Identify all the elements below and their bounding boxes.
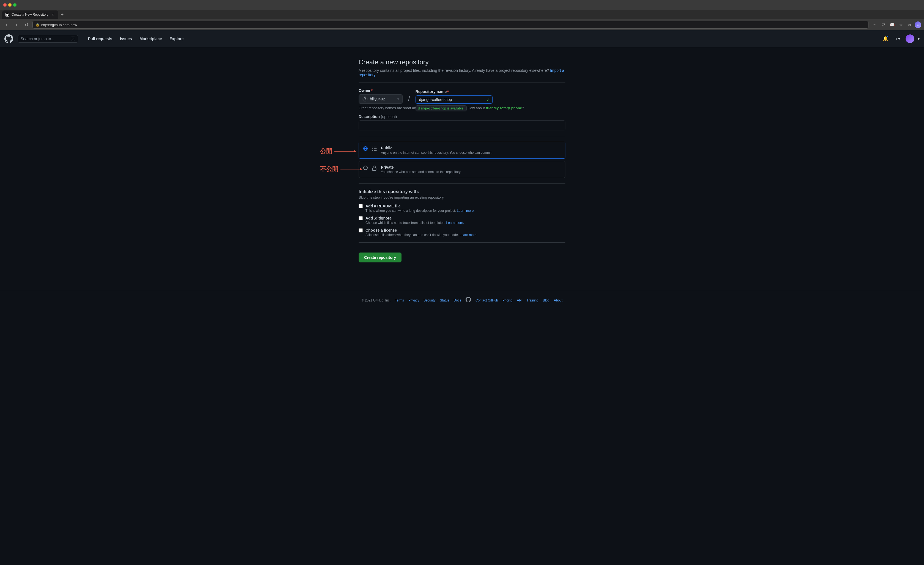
browser-chrome: Create a New Repository ✕ + ‹ › ↺ 🔒 http… bbox=[0, 0, 924, 30]
tab-title-text: Create a New Repository bbox=[12, 13, 48, 17]
shield-icon[interactable]: 🛡 bbox=[879, 21, 887, 29]
private-option[interactable]: Private You choose who can see and commi… bbox=[358, 161, 566, 178]
navbar-right: 🔔 + ▾ ▾ bbox=[881, 35, 920, 43]
public-annotation-text: 公開 bbox=[320, 147, 332, 155]
visibility-options: 公開 Public Anyone on the internet can see… bbox=[358, 142, 566, 178]
svg-marker-1 bbox=[354, 150, 356, 153]
close-traffic-light[interactable] bbox=[3, 3, 7, 7]
explore-link[interactable]: Explore bbox=[166, 35, 187, 43]
pull-requests-link[interactable]: Pull requests bbox=[85, 35, 116, 43]
new-tab-button[interactable]: + bbox=[58, 11, 66, 18]
init-section-title: Initialize this repository with: bbox=[358, 189, 566, 194]
license-learn-more-link[interactable]: Learn more. bbox=[460, 233, 478, 237]
github-home-button[interactable] bbox=[4, 35, 13, 43]
browser-tab-bar: Create a New Repository ✕ + bbox=[0, 10, 924, 19]
footer-pricing-link[interactable]: Pricing bbox=[502, 299, 513, 302]
readme-checkbox[interactable] bbox=[358, 204, 363, 208]
license-label[interactable]: Choose a license bbox=[366, 228, 397, 233]
license-checkbox[interactable] bbox=[358, 228, 363, 233]
minimize-traffic-light[interactable] bbox=[8, 3, 12, 7]
footer-training-link[interactable]: Training bbox=[526, 299, 538, 302]
owner-select[interactable]: billy0402 ▾ bbox=[358, 94, 403, 104]
private-description: You choose who can see and commit to thi… bbox=[381, 170, 461, 174]
owner-required: * bbox=[371, 88, 373, 93]
footer-content: © 2021 GitHub, Inc. Terms Privacy Securi… bbox=[0, 290, 924, 310]
footer-privacy-link[interactable]: Privacy bbox=[408, 299, 419, 302]
visibility-divider bbox=[358, 136, 566, 136]
notification-badge bbox=[886, 36, 889, 38]
private-annotation-text: 不公開 bbox=[320, 165, 338, 173]
plus-icon: + bbox=[896, 37, 898, 41]
tab-close-button[interactable]: ✕ bbox=[51, 12, 55, 17]
description-input[interactable] bbox=[358, 120, 566, 131]
svg-marker-3 bbox=[360, 168, 363, 171]
private-label: Private bbox=[381, 165, 461, 170]
gitignore-checkbox[interactable] bbox=[358, 216, 363, 220]
footer: © 2021 GitHub, Inc. Terms Privacy Securi… bbox=[0, 290, 924, 310]
gitignore-label[interactable]: Add .gitignore bbox=[366, 216, 392, 220]
refresh-button[interactable]: ↺ bbox=[22, 21, 30, 29]
suggestion-link[interactable]: friendly-rotary-phone bbox=[486, 106, 522, 110]
readme-learn-more-link[interactable]: Learn more. bbox=[457, 209, 475, 213]
repo-name-required: * bbox=[447, 89, 448, 94]
search-bar[interactable]: Search or jump to... / bbox=[18, 35, 78, 43]
maximize-traffic-light[interactable] bbox=[13, 3, 16, 7]
readme-label[interactable]: Add a README file bbox=[366, 204, 400, 208]
marketplace-link[interactable]: Marketplace bbox=[136, 35, 165, 43]
license-option: Choose a license A license tells others … bbox=[358, 228, 566, 237]
footer-security-link[interactable]: Security bbox=[423, 299, 435, 302]
footer-about-link[interactable]: About bbox=[554, 299, 562, 302]
create-repository-button[interactable]: Create repository bbox=[358, 252, 402, 262]
private-radio[interactable] bbox=[363, 165, 368, 170]
plus-chevron: ▾ bbox=[898, 37, 900, 41]
copyright-text: © 2021 GitHub, Inc. bbox=[362, 299, 391, 302]
readme-option: Add a README file This is where you can … bbox=[358, 204, 566, 213]
description-optional: (optional) bbox=[381, 114, 397, 119]
reader-mode-icon[interactable]: 📖 bbox=[888, 21, 896, 29]
slash-separator: / bbox=[407, 95, 411, 102]
user-menu-chevron: ▾ bbox=[918, 37, 920, 41]
footer-api-link[interactable]: API bbox=[517, 299, 522, 302]
browser-profile-icon[interactable]: ● bbox=[915, 21, 921, 28]
extensions-button[interactable]: ⋯ bbox=[871, 21, 878, 29]
private-annotation-arrow-icon bbox=[340, 167, 363, 172]
owner-label: Owner* bbox=[358, 88, 403, 93]
public-annotation-arrow-icon bbox=[334, 149, 356, 154]
forward-button[interactable]: › bbox=[13, 21, 20, 29]
public-option[interactable]: Public Anyone on the internet can see th… bbox=[358, 142, 566, 159]
issues-link[interactable]: Issues bbox=[117, 35, 135, 43]
more-tools-button[interactable]: ≫ bbox=[906, 21, 914, 29]
public-info: Public Anyone on the internet can see th… bbox=[381, 146, 492, 155]
user-menu-button[interactable] bbox=[906, 35, 914, 43]
star-icon[interactable]: ☆ bbox=[897, 21, 905, 29]
address-bar[interactable]: 🔒 https://github.com/new bbox=[33, 21, 868, 29]
github-footer-logo-icon bbox=[466, 297, 471, 304]
footer-blog-link[interactable]: Blog bbox=[543, 299, 549, 302]
init-divider bbox=[358, 183, 566, 184]
search-placeholder: Search or jump to... bbox=[21, 37, 54, 41]
footer-status-link[interactable]: Status bbox=[440, 299, 449, 302]
footer-contact-link[interactable]: Contact GitHub bbox=[476, 299, 498, 302]
gitignore-desc: Choose which files not to track from a l… bbox=[366, 221, 464, 225]
readme-desc: This is where you can write a long descr… bbox=[366, 209, 475, 213]
github-navbar: Search or jump to... / Pull requests Iss… bbox=[0, 30, 924, 47]
license-desc: A license tells others what they can and… bbox=[366, 233, 477, 237]
notifications-button[interactable]: 🔔 bbox=[881, 35, 890, 43]
gitignore-option: Add .gitignore Choose which files not to… bbox=[358, 216, 566, 225]
security-icon: 🔒 bbox=[36, 23, 40, 27]
toolbar-actions: ⋯ 🛡 📖 ☆ ≫ ● bbox=[871, 21, 921, 29]
active-tab[interactable]: Create a New Repository ✕ bbox=[2, 11, 58, 19]
footer-terms-link[interactable]: Terms bbox=[395, 299, 404, 302]
gitignore-learn-more-link[interactable]: Learn more. bbox=[446, 221, 464, 225]
public-description: Anyone on the internet can see this repo… bbox=[381, 151, 492, 155]
back-button[interactable]: ‹ bbox=[3, 21, 10, 29]
public-radio[interactable] bbox=[363, 146, 368, 151]
repo-name-input[interactable] bbox=[416, 95, 492, 104]
owner-avatar bbox=[362, 96, 368, 102]
owner-name: billy0402 bbox=[370, 97, 385, 101]
github-logo-icon bbox=[4, 35, 13, 43]
init-section-subtitle: Skip this step if you're importing an ex… bbox=[358, 195, 566, 200]
create-menu-button[interactable]: + ▾ bbox=[893, 36, 902, 42]
footer-docs-link[interactable]: Docs bbox=[454, 299, 461, 302]
repo-name-group: Repository name* ✓ django-coffee-shop is… bbox=[416, 89, 492, 104]
